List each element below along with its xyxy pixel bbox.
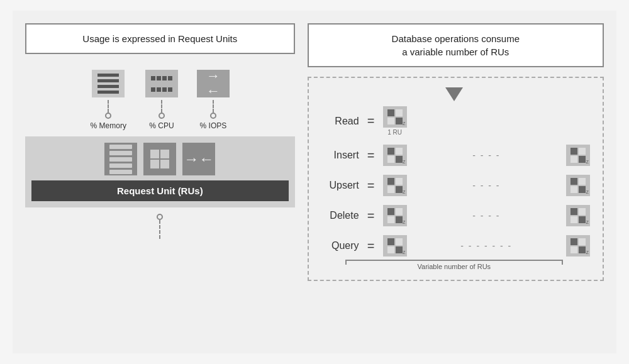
circle-connector [105, 113, 111, 119]
db-grid [571, 148, 586, 163]
iops-connector [210, 100, 216, 119]
ru-subscript: z [403, 120, 406, 126]
read-row: Read = z 1 RU [318, 106, 590, 136]
cpu-icon [145, 70, 178, 97]
ru-subscript: z [403, 158, 406, 165]
delete-db-icon-2: z [566, 205, 590, 226]
right-title-box: Database operations consumea variable nu… [308, 23, 604, 67]
db-grid [387, 148, 403, 163]
insert-row: Insert = z - - - - z [318, 145, 590, 166]
dashed-line [161, 100, 162, 113]
upsert-equals: = [365, 179, 377, 193]
iops-icon: → ← [197, 70, 230, 97]
down-arrow-container [318, 87, 590, 101]
ru-subscript: z [403, 219, 406, 225]
delete-row: Delete = z - - - - z [318, 205, 590, 226]
memory-label: % Memory [91, 121, 126, 130]
memory-icon-group: % Memory [91, 70, 126, 130]
bottom-circle [157, 214, 163, 220]
left-panel: Usage is expressed in Request Units [25, 23, 295, 341]
read-icon-group: z 1 RU [383, 106, 407, 136]
bracket-line [345, 260, 563, 261]
query-dashes: - - - - - - - [413, 241, 560, 251]
ru-label: Request Unit (RUs) [117, 185, 203, 196]
ru-label-bar: Request Unit (RUs) [31, 180, 289, 201]
upsert-db-icon-1: z [383, 175, 407, 196]
arrow-icon: →← [182, 143, 215, 175]
db-grid [571, 178, 586, 193]
quad-icon [143, 143, 176, 175]
db-grid [571, 238, 586, 253]
cpu-label: % CPU [149, 121, 174, 130]
db-grid [387, 208, 403, 223]
ru-subscript: z [586, 189, 589, 195]
right-panel: Database operations consumea variable nu… [308, 23, 604, 341]
iops-label: % IOPS [200, 121, 227, 130]
large-arrow-symbol: →← [184, 150, 214, 168]
ru-icons-row: →← [31, 143, 289, 175]
quad-cells [150, 150, 169, 168]
insert-equals: = [365, 148, 377, 163]
query-row: Query = z - - - - - - - z [318, 235, 590, 256]
main-container: Usage is expressed in Request Units [13, 11, 616, 353]
circle-connector [159, 113, 165, 119]
right-title: Database operations consumea variable nu… [392, 33, 520, 57]
delete-label-text: Delete [318, 210, 359, 221]
down-triangle-icon [445, 87, 463, 101]
read-equals: = [365, 114, 377, 128]
delete-db-icon-1: z [383, 205, 407, 226]
iops-arrows: → ← [206, 69, 220, 98]
ru-subscript: z [586, 249, 589, 255]
dashed-line [108, 100, 109, 113]
cpu-connector [159, 100, 165, 119]
iops-icon-group: → ← % IOPS [197, 70, 230, 130]
server-icon [104, 143, 137, 175]
db-grid [571, 208, 586, 223]
upsert-label-text: Upsert [318, 180, 359, 191]
query-label-text: Query [318, 240, 359, 251]
ru-subscript: z [586, 158, 589, 165]
ru-subscript: z [403, 249, 406, 255]
db-grid [387, 238, 403, 253]
ru-subscript: z [403, 189, 406, 195]
delete-dashes: - - - - [413, 211, 560, 221]
read-db-icon: z [383, 106, 407, 128]
variable-label: Variable number of RUs [418, 263, 491, 270]
upsert-row: Upsert = z - - - - z [318, 175, 590, 196]
left-title: Usage is expressed in Request Units [82, 33, 237, 44]
memory-lines [97, 74, 119, 94]
query-db-icon-1: z [383, 235, 407, 256]
variable-label-container: Variable number of RUs [318, 260, 590, 270]
dashed-container: Read = z 1 RU [308, 77, 604, 281]
delete-equals: = [365, 209, 377, 223]
memory-icon [92, 70, 125, 97]
one-ru-label: 1 RU [387, 129, 402, 136]
ru-subscript: z [586, 219, 589, 225]
memory-connector [105, 100, 111, 119]
query-equals: = [365, 239, 377, 253]
query-db-icon-2: z [566, 235, 590, 256]
insert-db-icon-2: z [566, 145, 590, 166]
left-title-box: Usage is expressed in Request Units [25, 23, 295, 54]
dashed-line [213, 100, 214, 113]
circle-connector [210, 113, 216, 119]
upsert-dashes: - - - - [413, 180, 560, 190]
bottom-dashed-line [159, 220, 160, 239]
insert-dashes: - - - - [413, 150, 560, 160]
insert-label-text: Insert [318, 150, 359, 161]
db-grid [387, 178, 403, 193]
server-lines [109, 145, 132, 174]
read-label-text: Read [318, 116, 359, 127]
ru-outer-box: →← Request Unit (RUs) [25, 136, 295, 207]
cpu-grid [151, 76, 172, 92]
insert-db-icon-1: z [383, 145, 407, 166]
upsert-db-icon-2: z [566, 175, 590, 196]
db-grid [387, 109, 403, 124]
bottom-connector [157, 214, 163, 239]
cpu-icon-group: % CPU [145, 70, 178, 130]
